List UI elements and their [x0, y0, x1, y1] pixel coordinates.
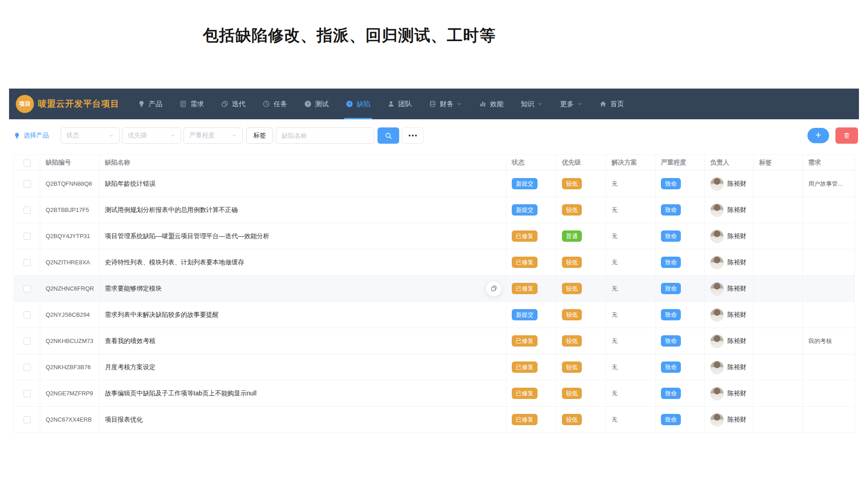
table-row[interactable]: Q2NYJS6CB294 需求列表中未解决缺陷较多的故事要提醒 新提交 较低 无… — [14, 302, 855, 328]
cell-defect-name: 需求要能够绑定模块 — [99, 276, 506, 302]
cell-requirement — [803, 249, 855, 276]
brand[interactable]: 项目 唛盟云开发平台项目 — [16, 95, 119, 113]
row-checkbox[interactable] — [24, 285, 31, 292]
row-checkbox[interactable] — [24, 390, 31, 397]
cell-defect-name: 项目报表优化 — [99, 407, 506, 433]
avatar — [710, 230, 724, 243]
cell-tag — [754, 328, 803, 354]
delete-button[interactable] — [835, 127, 858, 144]
cell-defect-name: 项目管理系统缺陷—唛盟云项目管理平台—迭代—效能分析 — [99, 223, 506, 249]
status-filter-select[interactable]: 状态 — [61, 127, 120, 144]
row-checkbox[interactable] — [24, 259, 31, 266]
nav-item-performance[interactable]: 效能 — [471, 89, 512, 119]
app-window: 项目 唛盟云开发平台项目 产品 需求 迭代 任务 ? 测试 ? 缺陷 团队 财务 — [9, 89, 859, 433]
table-row[interactable]: Q2NZHNC6FRQR 需求要能够绑定模块 已修复 较低 无 致命 陈裕财 — [14, 276, 855, 302]
col-header-owner: 负责人 — [705, 155, 754, 171]
question-circle-icon: ? — [304, 100, 311, 108]
status-badge: 已修复 — [512, 283, 538, 294]
status-badge: 新提交 — [512, 204, 538, 216]
row-checkbox[interactable] — [24, 233, 31, 240]
status-badge: 已修复 — [512, 230, 538, 242]
more-actions-button[interactable] — [402, 127, 424, 144]
chevron-down-icon — [577, 101, 582, 107]
select-all-checkbox[interactable] — [24, 160, 31, 167]
table-row[interactable]: Q2NGE7MZFRP9 故事编辑页中缺陷及子工作项等tab页上不能购显示nul… — [14, 380, 855, 407]
table-row[interactable]: Q2BTBBJP17F5 测试用例规划分析报表中的总用例数计算不正确 新提交 较… — [14, 197, 855, 223]
severity-badge: 致命 — [661, 414, 681, 425]
defect-name-input[interactable] — [276, 127, 374, 144]
severity-badge: 致命 — [661, 388, 681, 399]
cell-status: 已修复 — [506, 354, 557, 380]
row-checkbox[interactable] — [24, 364, 31, 371]
cell-status: 新提交 — [506, 302, 557, 328]
table-row[interactable]: Q2NKHBCUZM73 查看我的绩效考核 已修复 较低 无 致命 陈裕财 我的… — [14, 328, 855, 354]
cell-defect-id: Q2BTQFNN88Q8 — [40, 171, 99, 197]
severity-badge: 致命 — [661, 204, 681, 216]
filter-toolbar: 选择产品 状态 优先级 严重程度 标签 + — [9, 127, 859, 144]
cell-solution: 无 — [606, 223, 656, 249]
table-row[interactable]: Q2BTQFNN88Q8 缺陷年龄统计错误 新提交 较低 无 致命 陈裕财 用户… — [14, 171, 855, 197]
cell-owner: 陈裕财 — [705, 354, 754, 380]
priority-badge: 较低 — [562, 335, 582, 347]
nav-item-team[interactable]: 团队 — [379, 89, 420, 119]
nav-item-defect[interactable]: ? 缺陷 — [337, 89, 379, 119]
cell-defect-name: 月度考核方案设定 — [99, 354, 506, 380]
cell-requirement — [803, 223, 855, 249]
avatar — [710, 361, 724, 374]
table-row[interactable]: Q2NC67XX4ERB 项目报表优化 已修复 较低 无 致命 陈裕财 — [14, 407, 855, 433]
add-defect-button[interactable]: + — [807, 128, 829, 143]
priority-badge: 较低 — [562, 283, 582, 294]
search-icon — [385, 132, 392, 140]
cell-requirement: 我的考核 — [803, 328, 855, 354]
col-header-defect-name: 缺陷名称 — [99, 155, 506, 171]
cell-owner: 陈裕财 — [705, 302, 754, 328]
nav-item-knowledge[interactable]: 知识 — [512, 89, 552, 119]
trash-icon — [843, 132, 850, 139]
document-icon — [179, 100, 187, 108]
row-checkbox[interactable] — [24, 311, 31, 319]
nav-item-test[interactable]: ? 测试 — [296, 89, 337, 119]
table-row[interactable]: Q2NKHZBF3B76 月度考核方案设定 已修复 较低 无 致命 陈裕财 — [14, 354, 855, 380]
nav-item-iteration[interactable]: 迭代 — [212, 89, 254, 119]
cell-requirement: 用户故事管... — [803, 171, 855, 197]
nav-item-task[interactable]: 任务 — [254, 89, 296, 119]
nav-item-finance[interactable]: 财务 — [420, 89, 471, 119]
row-checkbox[interactable] — [24, 416, 31, 423]
severity-filter-select[interactable]: 严重程度 — [184, 127, 243, 144]
cell-owner: 陈裕财 — [705, 171, 754, 197]
cell-severity: 致命 — [656, 407, 705, 433]
row-checkbox[interactable] — [24, 206, 31, 214]
tag-filter-button[interactable]: 标签 — [246, 127, 273, 144]
nav-item-requirement[interactable]: 需求 — [171, 89, 212, 119]
nav-item-product[interactable]: 产品 — [129, 89, 171, 119]
cell-owner: 陈裕财 — [705, 249, 754, 276]
severity-badge: 致命 — [661, 361, 681, 373]
chevron-down-icon — [170, 133, 175, 138]
col-header-priority: 优先级 — [557, 155, 606, 171]
cell-severity: 致命 — [656, 302, 705, 328]
row-checkbox[interactable] — [24, 180, 31, 188]
cell-severity: 致命 — [656, 171, 705, 197]
bulb-icon — [14, 132, 20, 139]
priority-filter-select[interactable]: 优先级 — [122, 127, 181, 144]
status-badge: 已修复 — [512, 335, 538, 347]
col-header-status: 状态 — [506, 155, 557, 171]
table-row[interactable]: Q2BQY4JYTP31 项目管理系统缺陷—唛盟云项目管理平台—迭代—效能分析 … — [14, 223, 855, 249]
cell-owner: 陈裕财 — [705, 276, 754, 302]
cell-defect-id: Q2NYJS6CB294 — [40, 302, 99, 328]
row-checkbox[interactable] — [24, 338, 31, 345]
bulb-icon — [138, 100, 145, 108]
table-row[interactable]: Q2NZITHRE8XA 史诗特性列表、模块列表、计划列表要本地做缓存 已修复 … — [14, 249, 855, 276]
logo-text: 项目 — [19, 100, 31, 108]
select-product-link[interactable]: 选择产品 — [14, 131, 49, 140]
cell-priority: 较低 — [557, 328, 606, 354]
copy-icon[interactable] — [486, 281, 502, 297]
cell-defect-name: 史诗特性列表、模块列表、计划列表要本地做缓存 — [99, 249, 506, 276]
cell-priority: 较低 — [557, 380, 606, 407]
top-navbar: 项目 唛盟云开发平台项目 产品 需求 迭代 任务 ? 测试 ? 缺陷 团队 财务 — [9, 89, 859, 119]
cell-owner: 陈裕财 — [705, 328, 754, 354]
cell-status: 已修复 — [506, 276, 557, 302]
nav-item-home[interactable]: 首页 — [591, 89, 632, 119]
nav-item-more[interactable]: 更多 — [552, 89, 591, 119]
search-button[interactable] — [377, 127, 399, 144]
